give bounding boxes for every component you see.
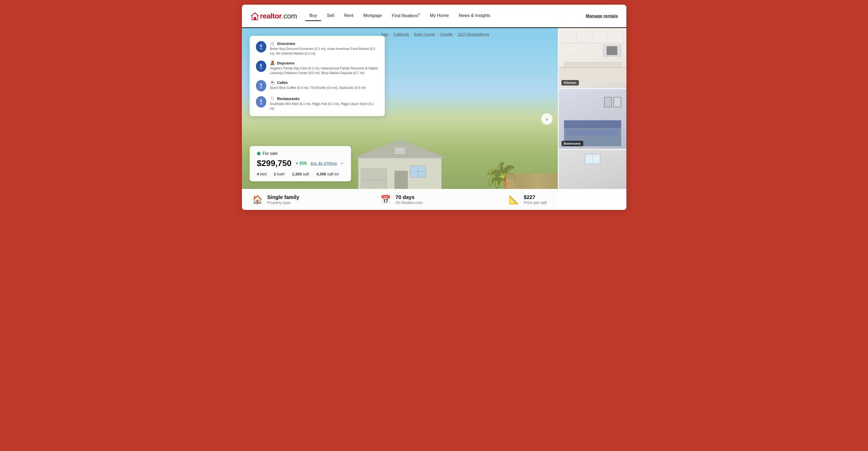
amenities-popup: 9 10 🛒 Groceries Better Buy Discount Gro…: [250, 36, 385, 116]
groceries-desc: Better Buy Discount Groceries (0.1 mi), …: [270, 47, 378, 56]
bedroom-photo[interactable]: Bedrooms: [559, 89, 626, 149]
days-on-market-label: 70 days: [396, 194, 423, 200]
breadcrumb: Sale › California › Butte County › Orovi…: [377, 32, 626, 36]
nav-rent[interactable]: Rent: [340, 11, 358, 21]
price-per-sqft-item: 📐 $227 Price per sqft: [509, 194, 616, 205]
nav-buy[interactable]: Buy: [305, 11, 321, 21]
breadcrumb-butte-county[interactable]: Butte County: [414, 32, 435, 36]
property-stats: 4 bed 2 bath 1,320 sqft 4,356 sqft lot: [257, 172, 344, 176]
property-type-sub: Property type: [267, 200, 299, 205]
property-type-item: 🏠 Single family Property type: [252, 194, 370, 205]
property-type-label: Single family: [267, 194, 299, 200]
price-drop: ▼ $5K: [295, 161, 307, 166]
svg-rect-10: [395, 148, 405, 154]
groceries-item: 9 10 🛒 Groceries Better Buy Discount Gro…: [256, 41, 378, 56]
svg-rect-0: [254, 17, 256, 20]
lot-value: 4,356 sqft lot: [316, 172, 339, 176]
restaurants-score: 5 10: [256, 96, 266, 107]
breadcrumb-oroville[interactable]: Oroville: [440, 32, 453, 36]
cafes-icon: ☕: [270, 80, 275, 85]
header: realtor.com Buy Sell Rent Mortgage Find …: [242, 5, 626, 28]
house-svg: [350, 137, 449, 189]
nav-news-insights[interactable]: News & Insights: [455, 11, 494, 21]
logo-dotcom: .com: [282, 12, 297, 20]
breadcrumb-chevron: ›: [391, 32, 392, 36]
cafes-desc: Dutch Bros Coffee (0.4 mi), T4 Oroville …: [270, 86, 366, 90]
daycares-item: 8 10 🧸 Daycares Angela's Family Day Care…: [256, 61, 378, 75]
groceries-score: 9 10: [256, 41, 266, 53]
bottom-info-bar: 🏠 Single family Property type 📅 70 days …: [242, 189, 626, 210]
breadcrumb-chevron: ›: [437, 32, 438, 36]
for-sale-dot: [257, 152, 260, 155]
sqft-value: 1,320 sqft: [292, 172, 309, 176]
cafes-title: ☕ Cafes: [270, 80, 366, 85]
kitchen-label: Kitchen: [561, 80, 579, 86]
restaurants-desc: Southside Mini Mart (0.1 mi), Piggs Pub …: [270, 102, 378, 111]
price-per-sqft-label: $227: [524, 194, 547, 200]
nav-sell[interactable]: Sell: [323, 11, 338, 21]
wall-art: [604, 97, 621, 107]
microwave: [603, 45, 621, 57]
for-sale-badge: For sale: [257, 151, 344, 156]
cafes-score: 5 10: [256, 80, 266, 92]
logo-realtor: realtor: [260, 12, 282, 20]
side-images: Kitchen Bedr: [559, 28, 626, 210]
property-type-icon: 🏠: [252, 195, 263, 204]
nav-find-realtors[interactable]: Find Realtors®: [388, 11, 424, 21]
nav: Buy Sell Rent Mortgage Find Realtors® My…: [305, 11, 586, 21]
groceries-content: 🛒 Groceries Better Buy Discount Grocerie…: [270, 41, 378, 56]
breadcrumb-chevron: ›: [455, 32, 456, 36]
kitchen-photo[interactable]: Kitchen: [559, 28, 626, 88]
manage-rentals-link[interactable]: Manage rentals: [586, 13, 618, 19]
restaurants-content: 🍴 Restaurants Southside Mini Mart (0.1 m…: [270, 96, 378, 111]
baths-value: 2 bath: [274, 172, 285, 176]
calendar-icon: 📅: [380, 195, 391, 204]
price-drop-amount: $5K: [300, 161, 307, 166]
cafes-item: 5 10 ☕ Cafes Dutch Bros Coffee (0.4 mi),…: [256, 80, 378, 92]
cafes-content: ☕ Cafes Dutch Bros Coffee (0.4 mi), T4 O…: [270, 80, 366, 90]
logo-icon: [250, 11, 259, 21]
restaurants-icon: 🍴: [270, 96, 275, 101]
beds-value: 4 bed: [257, 172, 267, 176]
daycares-content: 🧸 Daycares Angela's Family Day Care (0.1…: [270, 61, 378, 75]
days-on-market-text: 70 days On Realtor.com: [396, 194, 423, 205]
daycares-title: 🧸 Daycares: [270, 61, 378, 65]
svg-rect-6: [395, 171, 408, 189]
price-main: $299,750: [257, 159, 291, 168]
daycares-score: 8 10: [256, 61, 266, 72]
restaurants-item: 5 10 🍴 Restaurants Southside Mini Mart (…: [256, 96, 378, 111]
breadcrumb-chevron: ›: [411, 32, 412, 36]
content-area: 🌴 ›: [242, 28, 626, 210]
price-row: $299,750 ▼ $5K Est. $1,970/mo ✏: [257, 159, 344, 168]
property-overlay: For sale $299,750 ▼ $5K Est. $1,970/mo ✏…: [250, 146, 351, 181]
main-container: realtor.com Buy Sell Rent Mortgage Find …: [242, 5, 626, 210]
edit-icon[interactable]: ✏: [341, 161, 344, 165]
daycares-desc: Angela's Family Day Care (0.1 mi), Haven…: [270, 66, 378, 75]
nav-mortgage[interactable]: Mortgage: [359, 11, 386, 21]
groceries-title: 🛒 Groceries: [270, 41, 378, 46]
days-on-market-sub: On Realtor.com: [396, 200, 423, 205]
kitchen-interior: [559, 28, 626, 88]
price-per-sqft-text: $227 Price per sqft: [524, 194, 547, 205]
next-photo-button[interactable]: ›: [541, 113, 553, 125]
daycares-icon: 🧸: [270, 61, 275, 65]
bedroom-interior: [559, 89, 626, 149]
for-sale-label: For sale: [263, 151, 278, 156]
window: [585, 154, 600, 164]
bedroom-label: Bedrooms: [561, 141, 583, 146]
sqft-icon: 📐: [509, 195, 519, 204]
days-on-market-item: 📅 70 days On Realtor.com: [380, 194, 498, 205]
nav-my-home[interactable]: My Home: [426, 11, 453, 21]
restaurants-title: 🍴 Restaurants: [270, 96, 378, 101]
groceries-icon: 🛒: [270, 41, 275, 46]
breadcrumb-california[interactable]: California: [394, 32, 409, 36]
property-type-text: Single family Property type: [267, 194, 299, 205]
est-payment[interactable]: Est. $1,970/mo: [311, 161, 337, 165]
price-per-sqft-sub: Price per sqft: [524, 200, 547, 205]
logo[interactable]: realtor.com: [250, 11, 297, 21]
price-drop-arrow: ▼: [295, 161, 299, 165]
breadcrumb-address: 2217 Wyandotte Av: [458, 32, 489, 36]
